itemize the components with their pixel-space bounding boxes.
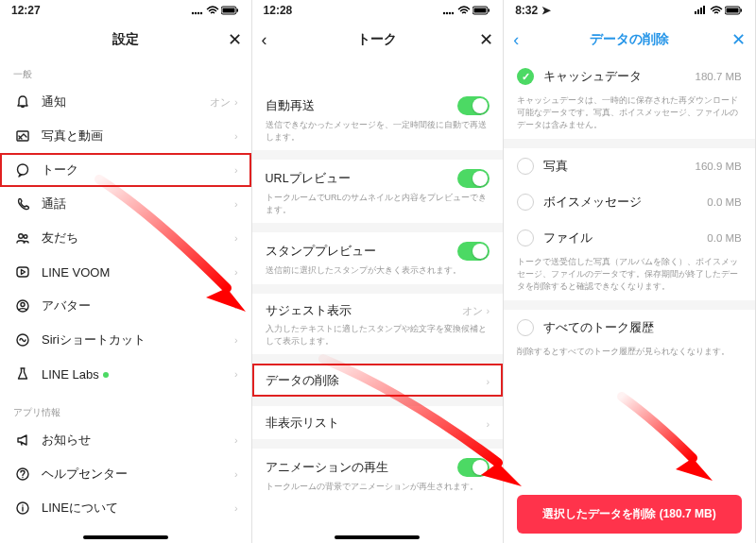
data-row[interactable]: ボイスメッセージ 0.0 MB [504,184,755,220]
row-label: お知らせ [42,432,234,449]
svg-rect-26 [695,11,696,14]
page-title: データの削除 [590,31,669,48]
status-bar: 8:32 ➤ [504,0,755,21]
row-label: ヘルプセンター [42,466,234,483]
row-cache-data[interactable]: キャッシュデータ 180.7 MB [504,59,755,94]
row-size: 0.0 MB [707,232,741,244]
data-row[interactable]: 写真 160.9 MB [504,148,755,184]
settings-row-flask[interactable]: LINE Labs › [0,357,251,391]
talk-row[interactable]: URLプレビュー トークルームでURLのサムネイルと内容をプレビューできます。 [252,160,504,223]
settings-row-megaphone[interactable]: お知らせ › [0,423,251,457]
settings-row-info[interactable]: LINEについて › [0,491,251,525]
chevron-right-icon: › [234,96,238,108]
settings-row-chat[interactable]: トーク › [0,153,251,187]
settings-row-avatar[interactable]: アバター › [0,289,251,323]
talk-row[interactable]: アニメーションの再生 トークルームの背景でアニメーションが再生されます。 [252,449,504,501]
row-title: URLプレビュー [266,171,351,187]
svg-rect-5 [222,8,234,13]
close-icon[interactable]: ✕ [228,29,242,50]
chevron-right-icon: › [234,334,238,346]
back-icon[interactable]: ‹ [513,30,519,50]
help-icon [13,467,32,482]
settings-row-play[interactable]: LINE VOOM › [0,255,251,289]
radio-icon[interactable] [517,194,534,211]
toggle-switch[interactable] [457,169,490,188]
back-icon[interactable]: ‹ [262,30,267,50]
row-description: 送信前に選択したスタンプが大きく表示されます。 [266,264,490,277]
phone-icon [13,196,32,212]
wifi-icon [710,6,723,15]
row-label: 通知 [42,93,210,110]
talk-settings-list: 自動再送 送信できなかったメッセージを、一定時間後に自動で再送します。URLプレ… [252,87,504,501]
row-label: 写真 [543,159,695,175]
divider [252,150,504,160]
chevron-right-icon: › [487,418,490,430]
row-label: LINEについて [42,500,234,517]
talk-row[interactable]: スタンププレビュー 送信前に選択したスタンプが大きく表示されます。 [252,232,504,284]
toggle-switch[interactable] [457,458,490,477]
chevron-right-icon: › [234,468,238,480]
items-description: トークで送受信した写真（アルバムを除く）、ボイスメッセージ、ファイルのデータです… [504,256,755,300]
svg-point-0 [191,12,193,14]
row-all-history[interactable]: すべてのトーク履歴 [504,310,755,346]
play-icon [13,264,32,280]
content: キャッシュデータ 180.7 MB キャッシュデータは、一時的に保存された再ダウ… [504,59,755,485]
check-icon[interactable] [517,68,534,85]
close-icon[interactable]: ✕ [479,29,493,50]
signal-icon [191,6,204,15]
settings-row-image[interactable]: 写真と動画 › [0,119,251,153]
settings-row-bell[interactable]: 通知 オン › [0,85,251,119]
battery-icon [725,6,744,15]
screen-delete-data: 8:32 ➤ ‹ データの削除 ✕ キャッシュデータ 180.7 MB キャッシ… [504,0,756,543]
divider [252,223,504,232]
settings-row-phone[interactable]: 通話 › [0,187,251,221]
divider [504,300,755,310]
svg-rect-23 [474,8,487,13]
svg-rect-27 [697,9,699,14]
talk-row[interactable]: データの削除› [252,364,504,397]
row-title: サジェスト表示 [266,303,352,319]
row-value: オン [462,304,483,318]
settings-list-app: お知らせ › ヘルプセンター › LINEについて › [0,423,251,525]
talk-row[interactable]: 自動再送 送信できなかったメッセージを、一定時間後に自動で再送します。 [252,87,504,150]
delete-button[interactable]: 選択したデータを削除 (180.7 MB) [517,495,742,534]
screen-talk: 12:28 ‹ トーク ✕ 自動再送 送信できなかったメッセージを、一定時間後に… [252,0,505,543]
close-icon[interactable]: ✕ [731,29,746,50]
row-label: 友だち [42,229,234,246]
svg-point-18 [443,12,445,14]
row-label: Siriショートカット [42,331,234,348]
row-label: LINE VOOM [42,265,234,280]
page-title: トーク [357,31,397,48]
status-right [442,6,491,15]
nav-bar: ‹ トーク ✕ [252,21,504,59]
data-row[interactable]: ファイル 0.0 MB [504,220,755,256]
wifi-icon [206,6,219,15]
nav-bar: ‹ データの削除 ✕ [504,21,755,59]
talk-row[interactable]: サジェスト表示オン› 入力したテキストに適したスタンプや絵文字を変換候補として表… [252,294,504,354]
chevron-right-icon: › [234,198,238,210]
row-title: データの削除 [266,373,339,389]
signal-icon [442,6,455,15]
settings-row-people[interactable]: 友だち › [0,221,251,255]
chevron-right-icon: › [234,130,238,142]
settings-row-siri[interactable]: Siriショートカット › [0,323,251,357]
svg-point-3 [199,12,201,14]
radio-icon[interactable] [517,319,534,336]
people-icon [13,230,32,246]
settings-row-help[interactable]: ヘルプセンター › [0,457,251,491]
home-indicator [83,535,168,539]
toggle-switch[interactable] [457,242,490,261]
radio-icon[interactable] [517,229,534,246]
toggle-switch[interactable] [457,96,490,115]
settings-list: 通知 オン › 写真と動画 › トーク › 通話 › 友だち › LINE VO… [0,85,251,391]
talk-row[interactable]: 非表示リスト› [252,406,504,439]
new-dot-icon [103,372,109,378]
row-label: トーク [42,161,234,178]
screen-settings: 12:27 設定 ✕ 一般 通知 オン › 写真と動画 › トーク › 通話 ›… [0,0,252,543]
status-time: 12:27 [11,4,41,17]
all-description: 削除するとすべてのトーク履歴が見られなくなります。 [504,346,755,365]
home-indicator [335,535,420,539]
status-bar: 12:27 [0,0,251,21]
svg-rect-31 [726,8,738,13]
radio-icon[interactable] [517,158,534,175]
